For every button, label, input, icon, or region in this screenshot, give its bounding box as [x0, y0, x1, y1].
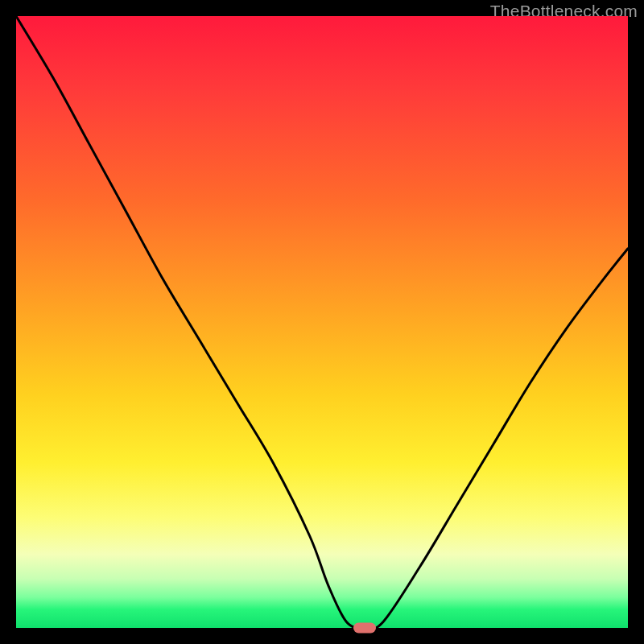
bottleneck-curve	[16, 16, 628, 628]
curve-path	[16, 16, 628, 629]
optimum-marker	[353, 623, 376, 634]
plot-area	[16, 16, 628, 628]
chart-frame: TheBottleneck.com	[0, 0, 644, 644]
